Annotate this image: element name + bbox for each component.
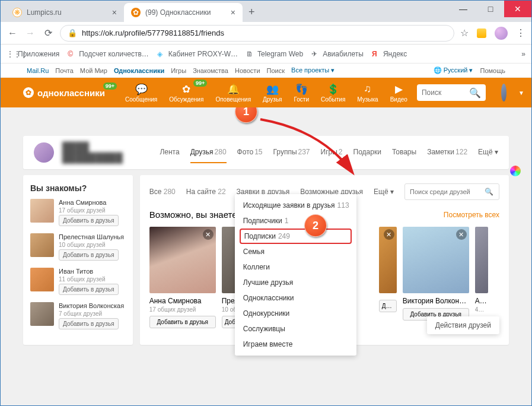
lang-selector[interactable]: 🌐 Русский ▾ <box>434 66 473 74</box>
ok-logo[interactable]: ✿ одноклассники 99+ <box>23 87 105 98</box>
site-search[interactable]: 🔍 <box>417 84 486 101</box>
suggestion-item[interactable]: Прелестная Шалунья10 общих друзейДобавит… <box>30 233 126 261</box>
window-minimize[interactable]: — <box>450 1 477 17</box>
dropdown-item-outgoing[interactable]: Исходящие заявки в друзья113 <box>235 198 356 213</box>
friend-actions-popup[interactable]: Действия друзей <box>427 316 499 334</box>
dropdown-item-bestfriends[interactable]: Лучшие друзья <box>235 275 356 290</box>
bookmark-star-icon[interactable]: ☆ <box>460 27 469 39</box>
portal-link[interactable]: Игры <box>171 67 186 74</box>
see-all-link[interactable]: Посмотреть всех <box>444 211 499 219</box>
suggestion-item[interactable]: Виктория Волконская7 общих друзейДобавит… <box>30 302 126 329</box>
dropdown-item-colleagues[interactable]: Коллеги <box>235 259 356 275</box>
nav-discussions[interactable]: ✿99+Обсуждения <box>169 83 203 103</box>
help-link[interactable]: Помощь <box>480 67 506 74</box>
friend-card[interactable]: ✕Анна Смирнова17 общих друзейДобавить в … <box>149 227 216 328</box>
bookmark-item[interactable]: ЯЯндекс <box>372 50 407 58</box>
portal-link[interactable]: Почта <box>55 67 74 74</box>
dropdown-item-family[interactable]: Семья <box>235 244 356 259</box>
portal-link[interactable]: Поиск <box>267 67 285 74</box>
callout-2: 2 <box>304 214 327 237</box>
friend-card[interactable]: ✕Добавить в друзья <box>379 227 397 328</box>
extension-icon[interactable] <box>477 28 486 38</box>
bookmarks-overflow-icon[interactable]: » <box>521 50 525 58</box>
tab-feed[interactable]: Лента <box>160 142 179 163</box>
nav-back-icon[interactable]: ← <box>7 28 18 39</box>
bookmark-item[interactable]: 🗎Telegram Web <box>246 50 303 58</box>
suggestion-name: Иван Титов <box>59 268 119 275</box>
dropdown-item-gaming[interactable]: Играем вместе <box>235 337 356 352</box>
dropdown-item-subscriptions[interactable]: Подписки249 <box>240 229 352 244</box>
dropdown-item-army[interactable]: Сослуживцы <box>235 321 356 337</box>
portal-link[interactable]: Все проекты ▾ <box>291 66 335 74</box>
nav-notifications[interactable]: 🔔Оповещения <box>215 83 251 103</box>
friend-card[interactable]: А…4… <box>475 227 488 328</box>
nav-messages[interactable]: 💬Сообщения <box>125 83 157 103</box>
add-friend-button[interactable]: Добавить в друзья <box>59 249 119 261</box>
dismiss-icon[interactable]: ✕ <box>203 229 214 240</box>
dropdown-item-followers[interactable]: Подписчики1 <box>235 213 356 229</box>
add-friend-button[interactable]: Добавить в друзья <box>59 284 119 295</box>
new-tab-button[interactable]: + <box>243 2 261 22</box>
bookmark-item[interactable]: ◈Кабинет PROXY-W… <box>157 50 238 58</box>
portal-link-active[interactable]: Одноклассники <box>114 67 164 74</box>
url-text: https://ok.ru/profile/577798118851/frien… <box>82 28 224 37</box>
nav-events[interactable]: 💲События <box>321 83 345 103</box>
suggestion-item[interactable]: Иван Титов11 общих друзейДобавить в друз… <box>30 268 126 295</box>
add-friend-button[interactable]: Добавить в друзья <box>379 300 397 312</box>
assistant-orb-icon[interactable] <box>510 166 521 176</box>
suggestion-item[interactable]: Анна Смирнова17 общих друзейДобавить в д… <box>30 199 126 226</box>
filter-all[interactable]: Все 280 <box>149 188 176 196</box>
add-friend-button[interactable]: Добавить в друзья <box>149 316 216 328</box>
portal-link[interactable]: Мой Мир <box>80 67 107 74</box>
browser-tab-active[interactable]: ✿ (99) Одноклассники × <box>124 3 243 22</box>
nav-reload-icon[interactable]: ⟳ <box>42 27 54 39</box>
card-name: А… <box>475 297 488 305</box>
user-avatar[interactable] <box>501 84 506 102</box>
apps-button[interactable]: ⋮⋮⋮Приложения <box>7 50 59 58</box>
dropdown-item-classmates[interactable]: Одноклассники <box>235 290 356 306</box>
nav-friends[interactable]: 👥Друзья <box>263 83 282 103</box>
friend-card[interactable]: ✕Виктория ВолконскаяДобавить в друзья <box>403 227 469 328</box>
menu-dots-icon[interactable]: ⋮ <box>516 27 525 39</box>
nav-guests[interactable]: 👣Гости <box>294 83 309 103</box>
bookmark-item[interactable]: ✈Авиабилеты <box>311 50 364 58</box>
portal-link[interactable]: Mail.Ru <box>27 67 49 74</box>
annotation-arrow <box>250 112 368 183</box>
nav-forward-icon[interactable]: → <box>24 28 36 39</box>
chevron-down-icon[interactable]: ▼ <box>518 90 524 96</box>
favicon-ok: ✿ <box>131 8 141 17</box>
window-maximize[interactable]: □ <box>477 1 504 17</box>
filter-online[interactable]: На сайте 22 <box>186 188 226 196</box>
search-icon[interactable]: 🔍 <box>469 87 481 99</box>
add-friend-button[interactable]: Добавить в друзья <box>59 215 119 226</box>
nav-music[interactable]: ♫Музыка <box>357 83 378 103</box>
tab-more[interactable]: Ещё ▾ <box>478 142 498 163</box>
profile-avatar-icon[interactable] <box>495 27 508 40</box>
friend-search[interactable]: 🔍 <box>404 183 499 200</box>
friend-search-input[interactable] <box>410 188 481 195</box>
window-close[interactable]: ✕ <box>504 1 531 17</box>
nav-video[interactable]: ▶Видео <box>390 83 407 103</box>
portal-link[interactable]: Знакомства <box>193 67 228 74</box>
add-friend-button[interactable]: Добавить в друзья <box>59 318 119 329</box>
portal-link[interactable]: Новости <box>235 67 260 74</box>
tab-notes[interactable]: Заметки122 <box>427 142 467 163</box>
user-thumb <box>30 302 54 326</box>
suggestion-name: Виктория Волконская <box>59 302 124 309</box>
filter-more[interactable]: Ещё ▾ <box>374 188 394 196</box>
tab-close-icon[interactable]: × <box>112 8 117 17</box>
browser-tab[interactable]: ❋ Lumpics.ru × <box>5 3 124 22</box>
tab-friends[interactable]: Друзья280 <box>190 142 227 163</box>
dismiss-icon[interactable]: ✕ <box>456 229 467 240</box>
tab-title: Lumpics.ru <box>27 8 62 17</box>
dismiss-icon[interactable]: ✕ <box>384 229 394 240</box>
site-search-input[interactable] <box>422 88 469 97</box>
tab-goods[interactable]: Товары <box>392 142 416 163</box>
profile-picture[interactable] <box>34 142 54 163</box>
card-name: Виктория Волконская <box>403 297 469 305</box>
dropdown-item-coursemates[interactable]: Однокурсники <box>235 306 356 321</box>
tab-close-icon[interactable]: × <box>231 8 235 17</box>
url-input[interactable]: 🔒 https://ok.ru/profile/577798118851/fri… <box>60 25 454 42</box>
bookmark-item[interactable]: ©Подсчет количеств… <box>68 50 149 58</box>
more-dropdown: Исходящие заявки в друзья113 Подписчики1… <box>235 194 356 356</box>
